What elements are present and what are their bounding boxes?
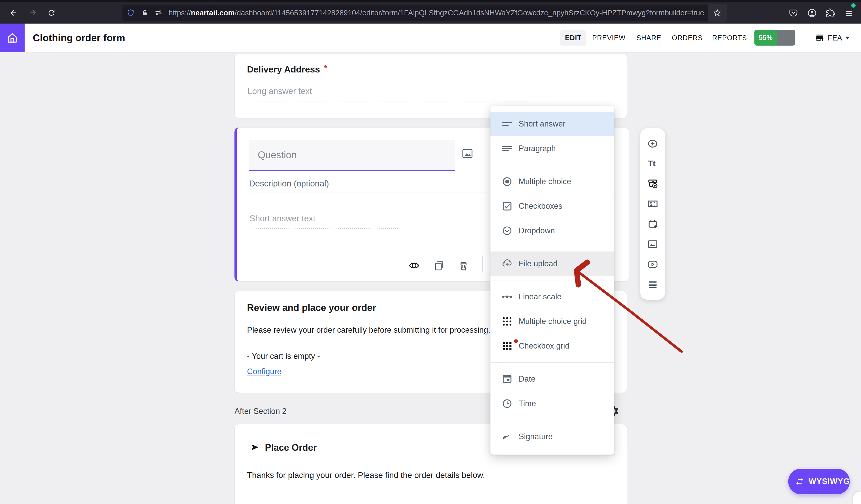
url-text: https://neartail.com/dashboard/114565391… <box>169 9 704 17</box>
notification-dot <box>851 3 856 8</box>
bottom-corner-panel <box>853 492 861 504</box>
menu-item-time[interactable]: Time <box>491 391 614 416</box>
duplicate-question-button[interactable] <box>432 258 446 273</box>
pocket-button[interactable] <box>788 8 798 18</box>
answer-underline <box>247 101 548 101</box>
insert-image-button[interactable] <box>646 238 659 251</box>
progress-value: 55% <box>754 30 777 46</box>
checkboxes-icon <box>501 200 513 212</box>
browser-tab-strip <box>0 0 861 2</box>
checkbox-grid-icon <box>501 340 513 352</box>
add-product-icon <box>647 178 659 190</box>
tab-preview[interactable]: PREVIEW <box>592 24 626 52</box>
after-section-label: After Section 2 <box>234 407 286 416</box>
duplicate-icon <box>433 260 445 271</box>
long-answer-placeholder[interactable]: Long answer text <box>247 86 312 96</box>
configure-link[interactable]: Configure <box>247 367 282 376</box>
permissions-icon[interactable] <box>155 9 163 17</box>
refresh-icon <box>47 9 56 17</box>
send-arrow-icon <box>249 442 260 452</box>
file-upload-icon <box>501 258 513 270</box>
account-label: FEA <box>828 34 842 42</box>
home-icon <box>6 32 18 44</box>
add-image-button[interactable] <box>460 146 475 161</box>
wysiwyg-swap-icon <box>795 477 804 486</box>
insert-toolbar: Tt $ <box>640 128 665 300</box>
menu-item-paragraph[interactable]: Paragraph <box>491 136 614 161</box>
back-button[interactable] <box>6 5 21 20</box>
add-text-button[interactable]: Tt <box>646 157 659 170</box>
wysiwyg-toggle-button[interactable]: WYSIWYG <box>788 468 850 494</box>
new-feature-dot <box>514 339 518 343</box>
tab-reports[interactable]: REPORTS <box>712 24 747 52</box>
required-mark: * <box>324 64 327 73</box>
tab-separator <box>211 0 211 2</box>
add-date-icon <box>647 218 659 230</box>
add-section-button[interactable] <box>646 278 659 291</box>
account-menu[interactable]: FEA <box>815 24 850 52</box>
caret-down-icon <box>845 37 850 40</box>
bookmark-star-icon <box>713 8 722 17</box>
menu-item-multiple-choice-grid[interactable]: Multiple choice grid <box>491 309 614 334</box>
add-image-icon <box>647 238 659 250</box>
tab-orders[interactable]: ORDERS <box>672 24 702 52</box>
add-payment-button[interactable]: $ <box>646 197 659 210</box>
signature-icon <box>501 431 513 443</box>
progress-pill[interactable]: 55% <box>754 30 795 46</box>
url-bar[interactable]: https://neartail.com/dashboard/114565391… <box>122 5 709 21</box>
lock-icon[interactable] <box>141 9 149 17</box>
back-arrow-icon <box>9 8 18 17</box>
browser-menu-button[interactable] <box>844 8 854 18</box>
linear-scale-icon <box>501 291 513 303</box>
extensions-button[interactable] <box>825 8 836 18</box>
menu-item-checkboxes[interactable]: Checkboxes <box>491 194 614 219</box>
menu-item-file-upload[interactable]: File upload <box>491 251 614 276</box>
menu-item-multiple-choice[interactable]: Multiple choice <box>491 169 614 194</box>
description-field[interactable]: Description (optional) <box>249 179 329 188</box>
preview-question-button[interactable] <box>407 258 421 273</box>
svg-text:Tt: Tt <box>648 159 656 168</box>
question-title: Delivery Address* <box>247 64 327 74</box>
menu-divider <box>491 280 614 280</box>
confirmation-text: Thanks for placing your order. Please fi… <box>247 471 485 480</box>
insert-video-button[interactable] <box>646 258 659 271</box>
paragraph-icon <box>501 143 513 154</box>
text-style-icon: Tt <box>647 158 659 169</box>
forward-button[interactable] <box>25 5 40 20</box>
account-icon <box>807 8 817 18</box>
menu-item-checkbox-grid[interactable]: Checkbox grid <box>491 334 614 358</box>
answer-underline <box>249 228 398 229</box>
image-icon <box>461 148 474 160</box>
time-icon <box>501 398 513 409</box>
menu-item-dropdown[interactable]: Dropdown <box>491 219 614 243</box>
header-divider <box>808 32 808 44</box>
tab-edit[interactable]: EDIT <box>560 30 586 46</box>
trash-icon <box>458 260 469 271</box>
question-title-input[interactable]: Question <box>249 140 455 171</box>
reload-button[interactable] <box>44 5 59 20</box>
add-product-button[interactable] <box>646 178 659 190</box>
section-title: Place Order <box>265 442 317 453</box>
payment-field-icon: $ <box>647 198 659 210</box>
cart-status: - Your cart is empty - <box>247 352 320 361</box>
date-icon <box>501 373 513 385</box>
store-icon <box>815 33 825 43</box>
menu-item-signature[interactable]: Signature <box>491 424 614 449</box>
delete-question-button[interactable] <box>456 258 471 273</box>
menu-item-linear-scale[interactable]: Linear scale <box>491 284 614 309</box>
add-video-icon <box>647 258 659 270</box>
toolbar-divider <box>482 255 483 272</box>
short-answer-icon <box>501 118 513 130</box>
account-button[interactable] <box>807 8 817 18</box>
add-question-button[interactable] <box>646 137 659 150</box>
tab-share[interactable]: SHARE <box>636 24 661 52</box>
short-answer-placeholder: Short answer text <box>249 214 315 223</box>
menu-item-date[interactable]: Date <box>491 367 614 391</box>
bookmark-button[interactable] <box>708 4 727 22</box>
shield-icon[interactable] <box>127 9 134 16</box>
add-date-button[interactable] <box>646 218 659 230</box>
menu-item-short-answer[interactable]: Short answer <box>491 112 614 136</box>
home-button[interactable] <box>0 24 25 52</box>
multiple-choice-grid-icon <box>501 316 513 327</box>
page-title: Clothing order form <box>33 24 125 52</box>
